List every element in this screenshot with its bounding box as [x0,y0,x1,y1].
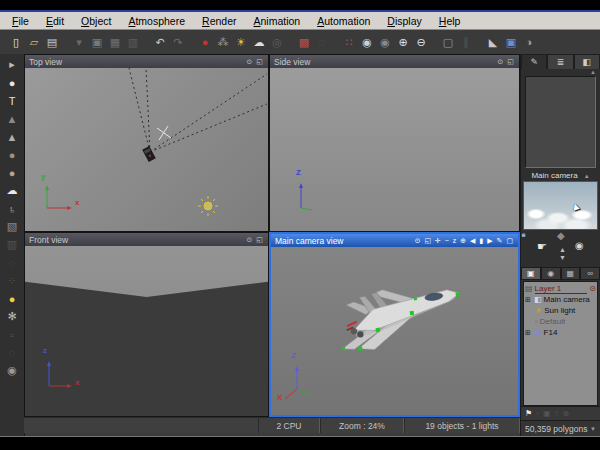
planet-icon[interactable]: ♄ [3,200,21,217]
atmosphere-sun-icon[interactable]: ☀ [233,34,249,50]
move-down-icon[interactable]: ▼ [559,254,566,261]
links-tab[interactable]: ∞ [580,267,600,280]
camera-preview-header[interactable]: Main camera ▲ [521,170,600,181]
viewport-front[interactable]: Front view ⊙ ◱ z x [24,232,269,417]
menu-object[interactable]: Object [73,14,120,28]
material-icon[interactable]: ▩ [296,34,312,50]
display-options-icon[interactable]: ▢ [440,34,456,50]
menu-animation[interactable]: Animation [245,14,309,28]
drop-object-icon[interactable]: ● [197,34,213,50]
menu-help[interactable]: Help [431,14,470,28]
pan-hand-icon[interactable]: ☛ [537,240,547,253]
look-around-eye-icon[interactable]: ◉ [575,240,584,251]
text-object-icon[interactable]: T [3,92,21,109]
viewport-side-body[interactable]: Z [270,68,519,231]
viewport-side-header-icons[interactable]: ⊙ ◱ [498,58,515,66]
rotor-fan-icon[interactable]: ✻ [3,308,21,325]
primitive-cube-icon[interactable]: ▧ [3,218,21,235]
flag-icon[interactable]: ⚑ [525,409,532,418]
viewport-main-camera-header-icons[interactable]: ⊙ ◱ ✛ − z ⊕ ◀ ▮ ▶ ✎ ▢ [415,237,514,245]
viewport-side-header[interactable]: Side view ⊙ ◱ [270,55,519,68]
dim-tool-b-icon[interactable]: ◌ [3,254,21,271]
materials-tab[interactable]: ◉ [541,267,561,280]
redo-icon[interactable]: ↷ [170,34,186,50]
globe-icon[interactable]: ◎ [269,34,285,50]
list-item-f14[interactable]: ⊞ ▣ F14 [525,327,596,338]
undo-icon[interactable]: ↶ [152,34,168,50]
viewport-main-camera-header[interactable]: Main camera view ⊙ ◱ ✛ − z ⊕ ◀ ▮ ▶ ✎ ▢ [271,234,518,247]
dim-tool-a-icon[interactable]: ▥ [3,236,21,253]
menu-atmosphere[interactable]: Atmosphere [120,14,194,28]
objects-tab[interactable]: ▣ [521,267,541,280]
collapse-icon[interactable]: ▾ [71,34,87,50]
timecode-icon[interactable]: ∥ [458,34,474,50]
render-final-icon[interactable]: ◑ [521,34,537,50]
viewport-side[interactable]: Side view ⊙ ◱ Z [269,54,520,232]
render-area-icon[interactable]: ▣ [503,34,519,50]
select-tool-icon[interactable]: ▸ [3,56,21,73]
sun-light-gizmo[interactable] [198,196,218,216]
expand-icon[interactable]: ⊞ [525,329,532,337]
menu-display[interactable]: Display [379,14,430,28]
terrain-icon[interactable]: ▲ [3,110,21,127]
viewport-front-body[interactable]: z x [25,246,268,416]
collapse-arrow-icon[interactable]: ▲ [521,69,600,76]
copy-icon[interactable]: ▣ [89,34,105,50]
viewport-front-header[interactable]: Front view ⊙ ◱ [25,233,268,246]
mountain-icon[interactable]: ▲ [3,128,21,145]
camera-preview-thumbnail[interactable]: ▲ [523,181,598,230]
dim-tool-e-icon[interactable]: ◌ [3,344,21,361]
dim-tool-icon[interactable]: ⊕ [563,409,570,418]
menu-edit[interactable]: Edit [38,14,73,28]
stone-icon[interactable]: ● [3,164,21,181]
list-item-main-camera[interactable]: ⊞ ◧ Main camera [525,294,596,305]
list-item-sun-light[interactable]: ☀ Sun light [525,305,596,316]
viewport-main-camera-body[interactable]: Z X [271,247,518,415]
dim-tool-icon[interactable]: ▫ [536,409,539,418]
viewport-top-body[interactable]: y x [25,68,268,231]
dim-tool-icon[interactable]: ↑ [555,409,559,418]
list-item-default[interactable]: ▫ Default [525,316,596,327]
dim-tool-c-icon[interactable]: ⁘ [3,272,21,289]
camera-tab[interactable]: ◧ [574,54,600,69]
render-view-icon[interactable]: ◉ [377,34,393,50]
clapperboard-icon[interactable]: ◣ [485,34,501,50]
zoom-out-icon[interactable]: ⊖ [413,34,429,50]
render-preview-icon[interactable]: ◉ [359,34,375,50]
dropdown-arrow-icon[interactable]: ▼ [590,426,596,432]
viewport-top-header-icons[interactable]: ⊙ ◱ [247,58,264,66]
zoom-in-icon[interactable]: ⊕ [395,34,411,50]
render-options-icon[interactable]: ∷ [341,34,357,50]
nav-strip-back-icon[interactable]: ◂ [522,231,525,239]
layer-visibility-eye-icon[interactable]: ⊙ [589,284,596,293]
save-file-icon[interactable]: ▤ [44,34,60,50]
sphere-primitive-icon[interactable]: ● [3,74,21,91]
walkthrough-icon[interactable]: ⁂ [215,34,231,50]
collapse-triangle-icon[interactable]: ▲ [584,173,590,179]
cloud-object-icon[interactable]: ☁ [3,182,21,199]
viewport-top-header[interactable]: Top view ⊙ ◱ [25,55,268,68]
camera-magnifier-icon[interactable]: ◉ [3,362,21,379]
atmosphere-cloud-icon[interactable]: ☁ [251,34,267,50]
new-file-icon[interactable]: ▯ [8,34,24,50]
gimbal-diamond-icon[interactable]: ◆ [557,230,565,241]
expand-icon[interactable]: ⊞ [525,296,532,304]
move-up-icon[interactable]: ▲ [559,246,566,253]
material-dim-icon[interactable]: ◌ [314,34,330,50]
numerics-tab[interactable]: ≣ [547,54,573,69]
polygon-count-bar[interactable]: 50,359 polygons ▼ [521,420,600,436]
paste-icon[interactable]: ▦ [107,34,123,50]
rock-icon[interactable]: ● [3,146,21,163]
open-file-icon[interactable]: ▱ [26,34,42,50]
dim-tool-icon[interactable]: ▣ [543,409,551,418]
aircraft-marker[interactable] [157,126,171,140]
viewport-top[interactable]: Top view ⊙ ◱ [24,54,269,232]
duplicate-icon[interactable]: ▥ [125,34,141,50]
paint-tab[interactable]: ✎ [521,54,547,69]
viewport-main-camera[interactable]: Main camera view ⊙ ◱ ✛ − z ⊕ ◀ ▮ ▶ ✎ ▢ [269,232,520,417]
menu-automation[interactable]: Automation [309,14,379,28]
viewport-front-header-icons[interactable]: ⊙ ◱ [247,236,264,244]
menu-file[interactable]: File [4,14,38,28]
animation-tab[interactable]: ▦ [561,267,581,280]
light-bulb-icon[interactable]: ● [3,290,21,307]
